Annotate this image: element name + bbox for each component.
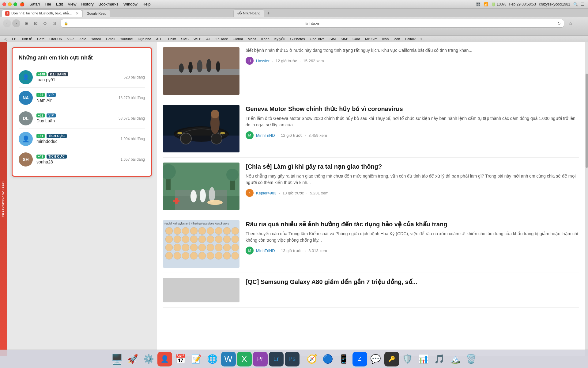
dock-app1[interactable]: 📱 bbox=[337, 352, 351, 366]
dock-trash[interactable]: 🗑️ bbox=[464, 352, 479, 366]
address-bar[interactable]: 🔒 tinhte.vn ↻ bbox=[61, 19, 564, 28]
dock-safari[interactable]: 🌐 bbox=[205, 352, 220, 366]
dock-word[interactable]: W bbox=[221, 352, 236, 366]
bookmark-aht[interactable]: AHT bbox=[154, 37, 165, 41]
username-label[interactable]: minhdoduc bbox=[36, 139, 121, 144]
bookmark-cafe[interactable]: Cafe bbox=[35, 37, 46, 41]
username-label[interactable]: sonha28 bbox=[36, 159, 121, 164]
file-menu[interactable]: File bbox=[45, 2, 51, 6]
bookmark-gmail[interactable]: Gmail bbox=[104, 37, 117, 41]
svg-point-25 bbox=[200, 189, 206, 202]
bookmarks-menu[interactable]: Bookmarks bbox=[99, 2, 119, 6]
bookmark-yahoo[interactable]: Yahoo bbox=[89, 37, 103, 41]
dock-notes[interactable]: 📝 bbox=[189, 352, 204, 366]
back-history-icon[interactable]: ⊠ bbox=[32, 19, 40, 27]
svg-point-59 bbox=[232, 244, 239, 251]
window-menu[interactable]: Window bbox=[123, 2, 138, 6]
bookmark-maps[interactable]: Maps bbox=[246, 37, 258, 41]
username-label[interactable]: Nam Air bbox=[36, 98, 119, 103]
bookmark-otofun[interactable]: OtoFUN bbox=[47, 37, 64, 41]
bookmark-global[interactable]: Global bbox=[231, 37, 244, 41]
author-name[interactable]: MinhTriND bbox=[256, 133, 275, 138]
help-menu[interactable]: Help bbox=[142, 2, 151, 6]
dock-premiere[interactable]: Pr bbox=[253, 352, 268, 366]
author-name[interactable]: MinhTriND bbox=[256, 248, 275, 253]
bookmark-don-nha[interactable]: Dọn nhà bbox=[136, 36, 153, 41]
new-tab-button[interactable]: + bbox=[265, 10, 272, 17]
dock-photoshop[interactable]: Ps bbox=[285, 352, 300, 366]
view-menu[interactable]: View bbox=[68, 2, 76, 6]
dock-messages[interactable]: 💬 bbox=[368, 352, 383, 366]
close-button[interactable] bbox=[2, 2, 6, 6]
minimize-button[interactable] bbox=[8, 2, 12, 6]
bookmark-ky-yeu[interactable]: Ký yếu bbox=[273, 36, 287, 41]
dock-chrome[interactable]: 🔵 bbox=[321, 352, 335, 366]
bookmark-wtp[interactable]: WTP bbox=[192, 37, 203, 41]
bookmark-sms[interactable]: SMS bbox=[179, 37, 190, 41]
downloads-icon[interactable]: ⊙ bbox=[41, 19, 49, 27]
dock-launchpad[interactable]: 🚀 bbox=[126, 352, 140, 366]
dock-app4[interactable]: 🎵 bbox=[432, 352, 447, 366]
dock-finder[interactable]: 🖥️ bbox=[110, 352, 124, 366]
bookmark-arrow[interactable]: ◁ bbox=[2, 36, 9, 41]
bookmark-mbsim[interactable]: MB.Sim bbox=[363, 37, 379, 41]
dock-calendar[interactable]: 📅 bbox=[173, 352, 188, 366]
author-name[interactable]: Kepler4983 bbox=[256, 191, 277, 195]
scroll-thumb[interactable] bbox=[586, 74, 588, 168]
tab-tinhte[interactable]: T Dọn nhà: tai nghe bluetooth, balo, nhẫ… bbox=[2, 10, 82, 17]
avatar: SH bbox=[19, 152, 33, 167]
bookmark-youtube[interactable]: Youtube bbox=[118, 37, 135, 41]
reload-button[interactable]: ↻ bbox=[557, 21, 561, 26]
forward-button[interactable]: › bbox=[12, 19, 20, 27]
history-menu[interactable]: History bbox=[81, 2, 93, 6]
bookmark-17track[interactable]: 17Track bbox=[213, 37, 229, 41]
dock-contacts[interactable]: 👤 bbox=[157, 352, 172, 366]
sidebar-toggle-icon[interactable]: ⊞ bbox=[23, 19, 31, 27]
bookmark-sim[interactable]: SIM bbox=[328, 37, 337, 41]
safari-menu[interactable]: Safari bbox=[29, 2, 40, 6]
dock-app5[interactable]: 🏔️ bbox=[448, 352, 463, 366]
tab-overview-icon[interactable]: ⊡ bbox=[50, 19, 58, 27]
tab-do-nhu-hoang[interactable]: Đỗ Như Hoàng bbox=[233, 10, 264, 17]
bookmark-fb[interactable]: FB bbox=[10, 37, 18, 41]
tab-google-keep[interactable]: Google Keep bbox=[83, 10, 110, 17]
edit-menu[interactable]: Edit bbox=[56, 2, 63, 6]
bookmark-ali[interactable]: Ali bbox=[205, 37, 212, 41]
username-label[interactable]: Duy Luân bbox=[36, 118, 119, 123]
bookmark-more[interactable]: » bbox=[419, 37, 424, 41]
bookmark-sim2[interactable]: SIM' bbox=[339, 37, 349, 41]
bookmark-apple[interactable]: icon bbox=[380, 37, 390, 41]
tab-close-icon[interactable]: ✕ bbox=[76, 11, 79, 16]
svg-point-65 bbox=[207, 252, 214, 259]
menu-icon[interactable]: ☰ bbox=[581, 2, 584, 6]
search-icon[interactable]: 🔍 bbox=[573, 2, 578, 6]
author-name[interactable]: Hassler bbox=[256, 59, 270, 63]
scroll-track[interactable] bbox=[585, 42, 588, 356]
bookmark-paltalk[interactable]: Paltalk bbox=[403, 37, 417, 41]
home-button[interactable]: ⌂ bbox=[567, 19, 575, 27]
bookmark-voz[interactable]: VOZ bbox=[66, 37, 77, 41]
back-button[interactable]: ‹ bbox=[3, 19, 11, 27]
bookmark-zalo[interactable]: Zalo bbox=[77, 37, 88, 41]
dock-app2[interactable]: 🛡️ bbox=[400, 352, 415, 366]
fullscreen-button[interactable] bbox=[13, 2, 17, 6]
username-label[interactable]: tuan.py91 bbox=[36, 77, 124, 82]
bookmark-onedrive[interactable]: OneDrive bbox=[308, 37, 326, 41]
dock-excel[interactable]: X bbox=[237, 352, 252, 366]
svg-point-57 bbox=[215, 244, 222, 251]
apple-menu[interactable]: 🍎 bbox=[20, 2, 24, 6]
dock-zalo[interactable]: Z bbox=[352, 352, 367, 366]
bookmark-card[interactable]: Card bbox=[351, 37, 362, 41]
dock-app3[interactable]: 📊 bbox=[416, 352, 431, 366]
bookmark-tinhte[interactable]: Tinh tế bbox=[20, 36, 34, 41]
bookmark-keep[interactable]: Keep bbox=[259, 37, 271, 41]
bookmark-gphotos[interactable]: G.Photos bbox=[288, 37, 307, 41]
dock-system-prefs[interactable]: ⚙️ bbox=[141, 352, 156, 366]
dock-lightroom[interactable]: Lr bbox=[269, 352, 284, 366]
bookmark-phim[interactable]: Phim bbox=[166, 37, 178, 41]
share-button[interactable]: ↑ bbox=[577, 19, 585, 27]
dock-key[interactable]: 🔑 bbox=[384, 352, 399, 366]
vertical-sidebar: CRAZYSEXYCOOL1981 bbox=[0, 42, 7, 356]
bookmark-icon[interactable]: icon bbox=[392, 37, 402, 41]
dock-safari-2[interactable]: 🧭 bbox=[305, 352, 319, 366]
